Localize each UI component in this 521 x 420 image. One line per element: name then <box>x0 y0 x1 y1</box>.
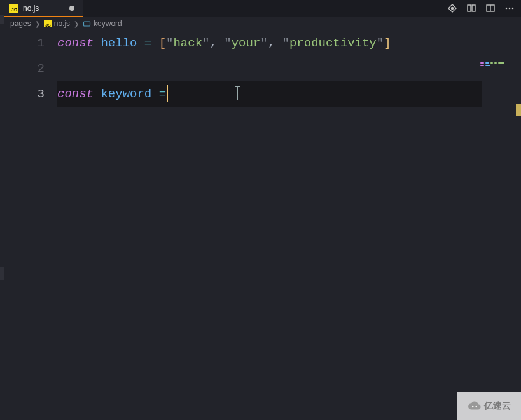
mouse-text-caret-icon <box>237 86 238 100</box>
token-operator: = <box>144 36 151 50</box>
line-number: 1 <box>0 30 45 56</box>
svg-point-10 <box>475 406 477 408</box>
svg-point-9 <box>472 406 474 408</box>
tab-filename: no.js <box>23 4 39 13</box>
gutter-marker <box>0 15 4 24</box>
token-quote: " <box>377 36 384 50</box>
cloud-icon <box>468 399 482 413</box>
code-editor[interactable]: 1 2 3 const hello = ["hack", "your", "pr… <box>0 30 521 420</box>
tab-bar: JS no.js <box>0 0 521 17</box>
breadcrumb[interactable]: pages ❯ JS no.js ❯ keyword <box>0 17 521 30</box>
breadcrumb-item[interactable]: JS no.js <box>44 19 70 28</box>
code-line[interactable]: const hello = ["hack", "your", "producti… <box>57 30 521 56</box>
js-file-icon: JS <box>9 4 18 13</box>
breadcrumb-label: keyword <box>94 19 122 28</box>
token-bracket: [ <box>159 36 166 50</box>
breadcrumb-label: no.js <box>54 19 70 28</box>
symbol-variable-icon <box>83 20 91 28</box>
text-cursor <box>167 85 168 102</box>
token-bracket: ] <box>384 36 391 50</box>
token-quote: " <box>282 36 289 50</box>
token-string: productivity <box>289 36 377 50</box>
token-punct: , <box>268 36 275 50</box>
line-number: 3 <box>0 81 45 107</box>
editor-toolbar <box>447 0 521 17</box>
token-variable: hello <box>101 36 137 50</box>
token-quote: " <box>260 36 267 50</box>
chevron-right-icon: ❯ <box>74 20 79 27</box>
svg-point-6 <box>509 8 511 10</box>
watermark-text: 亿速云 <box>484 400 511 412</box>
dirty-indicator-icon[interactable] <box>69 6 74 11</box>
svg-rect-8 <box>84 22 90 26</box>
line-number-gutter: 1 2 3 <box>0 30 57 420</box>
line-number: 2 <box>0 56 45 81</box>
breadcrumb-label: pages <box>10 19 31 28</box>
code-line[interactable] <box>57 56 521 81</box>
breadcrumb-item[interactable]: keyword <box>83 19 122 28</box>
token-string: your <box>232 36 261 50</box>
token-keyword: const <box>57 87 94 101</box>
token-operator: = <box>159 87 166 101</box>
svg-point-5 <box>506 8 508 10</box>
watermark-badge: 亿速云 <box>457 392 521 420</box>
svg-point-7 <box>512 8 514 10</box>
toggle-panel-icon[interactable] <box>485 3 496 13</box>
more-icon[interactable] <box>504 3 515 13</box>
overview-ruler-marker <box>516 104 521 116</box>
split-editor-icon[interactable] <box>466 3 476 13</box>
token-quote: " <box>224 36 231 50</box>
svg-rect-2 <box>472 5 475 11</box>
token-variable: keyword <box>101 87 151 101</box>
token-quote: " <box>166 36 173 50</box>
code-area[interactable]: const hello = ["hack", "your", "producti… <box>57 30 521 420</box>
token-string: hack <box>173 36 202 50</box>
token-quote: " <box>202 36 209 50</box>
chevron-right-icon: ❯ <box>35 20 40 27</box>
svg-point-0 <box>452 8 454 10</box>
code-line[interactable]: const keyword = <box>57 81 521 107</box>
token-punct: , <box>209 36 216 50</box>
breadcrumb-item[interactable]: pages <box>10 19 31 28</box>
svg-rect-1 <box>468 5 471 11</box>
tab-no-js[interactable]: JS no.js <box>0 0 83 17</box>
token-keyword: const <box>57 36 94 50</box>
source-control-icon[interactable] <box>447 3 457 13</box>
minimap[interactable] <box>480 62 518 67</box>
js-file-icon: JS <box>44 20 52 27</box>
